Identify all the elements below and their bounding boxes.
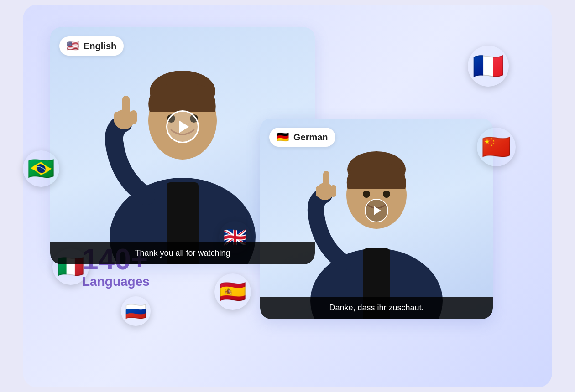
china-flag-icon: 🇨🇳 [477, 128, 516, 166]
german-flag-icon: 🇩🇪 [277, 131, 289, 143]
svg-rect-20 [316, 186, 322, 197]
languages-label: Languages [82, 274, 150, 289]
secondary-play-button[interactable] [365, 199, 388, 222]
main-play-button[interactable] [166, 110, 199, 143]
play-icon [179, 120, 189, 133]
flag-russia: 🇷🇺 [121, 296, 151, 326]
english-flag-icon: 🇺🇸 [67, 40, 79, 52]
flag-france: 🇫🇷 [468, 46, 509, 87]
german-lang-badge: 🇩🇪 German [269, 128, 335, 147]
english-subtitle: Thank you all for watching [50, 242, 315, 264]
german-lang-label: German [293, 132, 328, 143]
svg-point-16 [363, 191, 370, 198]
brazil-flag-icon: 🇧🇷 [23, 150, 59, 187]
english-lang-badge: 🇺🇸 English [59, 36, 124, 56]
flag-spain: 🇪🇸 [214, 273, 251, 310]
svg-point-17 [383, 191, 390, 198]
flag-brazil: 🇧🇷 [23, 150, 59, 187]
main-scene: 🇺🇸 English Thank you all for watching [37, 18, 538, 374]
svg-rect-10 [131, 110, 137, 124]
person-illustration-secondary [292, 128, 461, 319]
english-lang-label: English [84, 41, 116, 52]
svg-rect-9 [114, 112, 120, 124]
svg-rect-8 [122, 96, 130, 121]
flag-china: 🇨🇳 [477, 128, 516, 166]
german-subtitle: Danke, dass ihr zuschaut. [260, 297, 493, 319]
spain-flag-icon: 🇪🇸 [214, 273, 251, 310]
german-video-card: 🇩🇪 German Danke, dass ihr zuschaut. [260, 119, 493, 319]
russia-flag-icon: 🇷🇺 [121, 296, 151, 326]
svg-rect-19 [323, 171, 329, 193]
play-icon-secondary [374, 206, 381, 215]
svg-rect-21 [330, 185, 336, 197]
france-flag-icon: 🇫🇷 [468, 46, 509, 87]
